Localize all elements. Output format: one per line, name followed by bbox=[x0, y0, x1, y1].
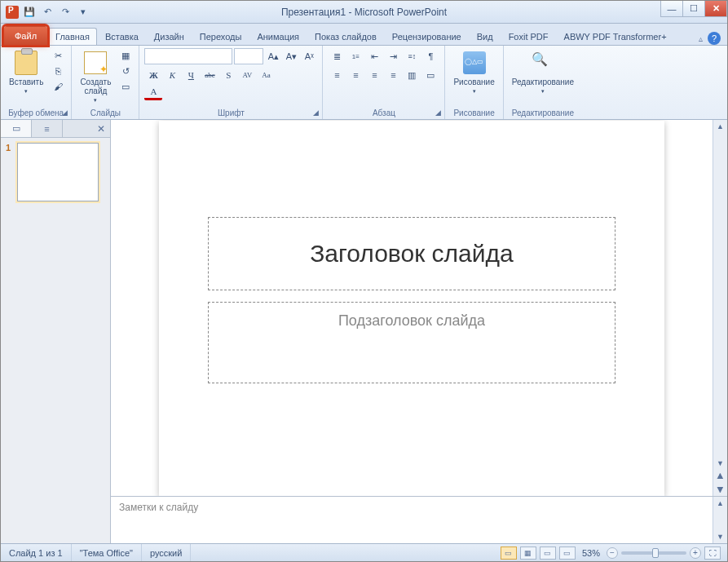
workspace: ▭ ≡ ✕ 1 Заголовок слайда bbox=[1, 120, 727, 543]
thumb-number: 1 bbox=[6, 143, 14, 201]
paste-button[interactable]: Вставить ▾ bbox=[6, 48, 46, 96]
maximize-button[interactable]: ☐ bbox=[682, 1, 705, 17]
slide-thumbnail[interactable]: 1 bbox=[6, 143, 105, 201]
paragraph-launcher-icon[interactable]: ◢ bbox=[433, 108, 443, 117]
case-button[interactable]: Aa bbox=[257, 67, 275, 83]
numbering-button[interactable]: 1≡ bbox=[346, 48, 364, 64]
zoom-in-button[interactable]: + bbox=[690, 547, 701, 559]
pane-tab-slides[interactable]: ▭ bbox=[1, 120, 32, 137]
scroll-up-icon[interactable]: ▲ bbox=[713, 497, 727, 510]
underline-button[interactable]: Ч bbox=[182, 67, 200, 83]
undo-button[interactable]: ↶ bbox=[40, 5, 55, 20]
app-icon[interactable] bbox=[6, 6, 19, 19]
title-text: Заголовок слайда bbox=[310, 240, 514, 268]
zoom-slider[interactable] bbox=[621, 551, 686, 555]
tab-foxit[interactable]: Foxit PDF bbox=[501, 28, 556, 45]
tab-file[interactable]: Файл bbox=[4, 26, 47, 45]
new-slide-icon bbox=[84, 51, 107, 74]
drawing-button[interactable]: Рисование ▾ bbox=[450, 48, 497, 96]
subtitle-placeholder[interactable]: Подзаголовок слайда bbox=[208, 302, 615, 383]
shrink-font-button[interactable]: A▾ bbox=[283, 49, 299, 64]
slide-area[interactable]: Заголовок слайда Подзаголовок слайда bbox=[111, 120, 713, 496]
close-button[interactable]: ✕ bbox=[704, 1, 727, 17]
italic-button[interactable]: К bbox=[163, 67, 181, 83]
group-label: Шрифт bbox=[144, 108, 317, 117]
scroll-up-icon[interactable]: ▲ bbox=[713, 120, 727, 133]
tab-review[interactable]: Рецензирование bbox=[385, 28, 469, 45]
new-slide-button[interactable]: Создать слайд ▾ bbox=[77, 48, 114, 105]
pane-tab-outline[interactable]: ≡ bbox=[32, 120, 63, 137]
zoom-level[interactable]: 53% bbox=[582, 548, 600, 558]
notes-input[interactable]: Заметки к слайду bbox=[111, 497, 713, 543]
font-color-button[interactable]: A bbox=[144, 84, 162, 100]
tab-transitions[interactable]: Переходы bbox=[192, 28, 249, 45]
qat-more-button[interactable]: ▾ bbox=[76, 5, 90, 20]
editing-button[interactable]: Редактирование ▾ bbox=[509, 48, 577, 96]
group-label: Буфер обмена bbox=[6, 108, 66, 117]
tab-insert[interactable]: Вставка bbox=[98, 28, 146, 45]
zoom-out-button[interactable]: − bbox=[607, 547, 618, 559]
zoom-thumb[interactable] bbox=[652, 548, 659, 558]
copy-button[interactable]: ⎘ bbox=[50, 64, 66, 78]
convert-smartart-button[interactable]: ▭ bbox=[421, 67, 439, 83]
clear-format-button[interactable]: Aᵡ bbox=[301, 49, 317, 64]
line-spacing-button[interactable]: ≡↕ bbox=[403, 48, 421, 64]
tab-design[interactable]: Дизайн bbox=[147, 28, 192, 45]
ribbon-minimize-icon[interactable]: ▵ bbox=[699, 34, 703, 43]
grow-font-button[interactable]: A▴ bbox=[265, 49, 281, 64]
title-placeholder[interactable]: Заголовок слайда bbox=[208, 217, 615, 290]
align-center-button[interactable]: ≡ bbox=[346, 67, 364, 83]
font-name-combo[interactable] bbox=[144, 48, 232, 64]
font-launcher-icon[interactable]: ◢ bbox=[311, 108, 320, 117]
bullets-button[interactable]: ≣ bbox=[328, 48, 346, 64]
strike-button[interactable]: abc bbox=[201, 67, 218, 83]
tab-view[interactable]: Вид bbox=[470, 28, 501, 45]
section-button[interactable]: ▭ bbox=[117, 79, 134, 94]
prev-slide-icon[interactable]: ⯅ bbox=[713, 470, 727, 483]
fit-to-window-button[interactable]: ⛶ bbox=[704, 547, 721, 560]
scroll-down-icon[interactable]: ▼ bbox=[713, 457, 727, 470]
group-label: Слайды bbox=[77, 108, 134, 117]
justify-button[interactable]: ≡ bbox=[384, 67, 402, 83]
view-normal-button[interactable]: ▭ bbox=[501, 547, 517, 560]
text-direction-button[interactable]: ¶ bbox=[421, 48, 439, 64]
shadow-button[interactable]: S bbox=[219, 67, 237, 83]
group-clipboard: Вставить ▾ ✂ ⎘ 🖌 Буфер обмена ◢ bbox=[1, 46, 72, 119]
spacing-button[interactable]: AV bbox=[238, 67, 256, 83]
scroll-track[interactable] bbox=[713, 510, 727, 530]
bold-button[interactable]: Ж bbox=[144, 67, 162, 83]
group-label: Абзац bbox=[328, 108, 439, 117]
layout-button[interactable]: ▦ bbox=[117, 48, 134, 63]
vertical-scrollbar[interactable]: ▲ ▼ ⯅ ⯆ bbox=[713, 120, 727, 496]
tab-abbyy[interactable]: ABWY PDF Transformer+ bbox=[557, 28, 674, 45]
view-slideshow-button[interactable]: ▭ bbox=[559, 547, 576, 560]
ribbon: Вставить ▾ ✂ ⎘ 🖌 Буфер обмена ◢ Создать … bbox=[1, 45, 727, 120]
view-sorter-button[interactable]: ▦ bbox=[520, 547, 536, 560]
font-size-combo[interactable] bbox=[234, 48, 263, 64]
tab-animation[interactable]: Анимация bbox=[249, 28, 307, 45]
help-icon[interactable]: ? bbox=[708, 32, 721, 45]
next-slide-icon[interactable]: ⯆ bbox=[713, 483, 727, 496]
align-right-button[interactable]: ≡ bbox=[365, 67, 383, 83]
align-left-button[interactable]: ≡ bbox=[328, 67, 346, 83]
status-bar: Слайд 1 из 1 "Тема Office" русский ▭ ▦ ▭… bbox=[1, 543, 727, 561]
drawing-icon bbox=[463, 51, 486, 74]
tab-home[interactable]: Главная bbox=[48, 28, 97, 45]
scroll-down-icon[interactable]: ▼ bbox=[713, 530, 727, 543]
tab-slideshow[interactable]: Показ слайдов bbox=[307, 28, 384, 45]
status-language[interactable]: русский bbox=[142, 544, 191, 561]
columns-button[interactable]: ▥ bbox=[403, 67, 421, 83]
clipboard-launcher-icon[interactable]: ◢ bbox=[60, 108, 69, 117]
format-painter-button[interactable]: 🖌 bbox=[50, 79, 66, 94]
reset-button[interactable]: ↺ bbox=[117, 64, 134, 78]
notes-scrollbar[interactable]: ▲ ▼ bbox=[713, 497, 727, 543]
scroll-track[interactable] bbox=[713, 133, 727, 457]
indent-right-button[interactable]: ⇥ bbox=[384, 48, 402, 64]
minimize-button[interactable]: — bbox=[660, 1, 683, 17]
cut-button[interactable]: ✂ bbox=[50, 48, 66, 63]
pane-close-icon[interactable]: ✕ bbox=[92, 120, 110, 137]
view-reading-button[interactable]: ▭ bbox=[540, 547, 556, 560]
redo-button[interactable]: ↷ bbox=[58, 5, 73, 20]
save-button[interactable]: 💾 bbox=[22, 5, 37, 20]
indent-left-button[interactable]: ⇤ bbox=[365, 48, 383, 64]
